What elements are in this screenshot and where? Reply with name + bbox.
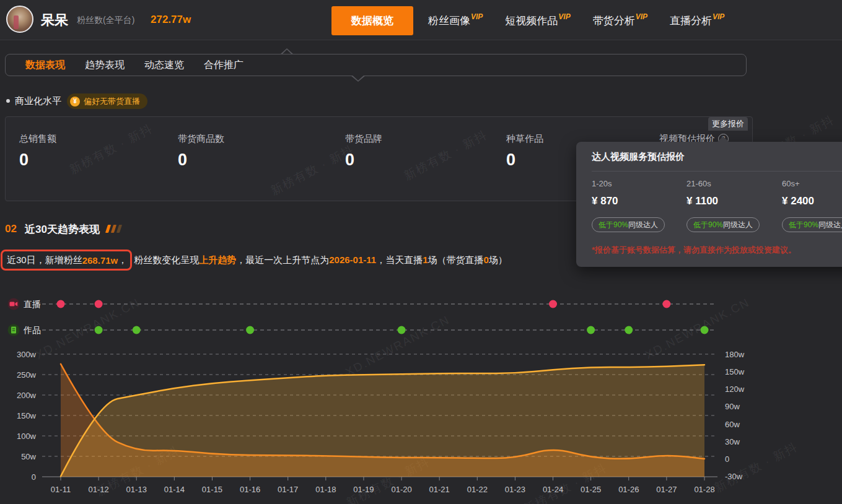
live-event-dot[interactable]: [549, 300, 557, 308]
x-axis-date-label: 01-28: [694, 485, 714, 494]
works-event-dot[interactable]: [95, 326, 103, 334]
price-duration: 1-20s: [592, 179, 612, 188]
badge-green-text: 低于90%: [599, 220, 628, 230]
price-duration: 60s+: [782, 179, 800, 188]
preference-badge: ¥ 偏好无带货直播: [67, 93, 147, 109]
sentence-rest: 粉丝数变化呈现上升趋势，最近一次上升节点为2026-01-11，当天直播1场（带…: [134, 254, 507, 266]
x-axis-date-label: 01-15: [202, 485, 222, 494]
price-value: ¥ 870: [592, 195, 618, 207]
peer-compare-badge: 低于90%同级达人: [686, 217, 760, 232]
sentence-text: 近30日，新增粉丝: [7, 254, 82, 266]
preference-badge-label: 偏好无带货直播: [84, 96, 140, 107]
works-icon-doc: [11, 327, 16, 334]
works-event-dot[interactable]: [133, 326, 141, 334]
subtab-dynamic-quickview[interactable]: 动态速览: [144, 59, 184, 72]
price-value: ¥ 2400: [782, 195, 814, 207]
x-axis-date-label: 01-26: [618, 485, 639, 494]
top-nav: 数据概览粉丝画像VIP短视频作品VIP带货分析VIP直播分析VIP: [331, 6, 747, 35]
works-event-dot[interactable]: [587, 326, 595, 334]
right-axis-tick: -30w: [725, 472, 743, 481]
section-mark: [116, 225, 122, 233]
works-event-dot[interactable]: [246, 326, 254, 334]
badge-green-text: 低于90%: [693, 220, 723, 230]
stat-label: 种草作品: [506, 133, 543, 145]
badge-rest-text: 同级达人: [628, 220, 658, 230]
tab-data-overview[interactable]: 数据概览: [331, 6, 413, 35]
sentence-text: 场）: [489, 254, 507, 265]
sentence-highlight: 上升趋势: [199, 254, 236, 265]
avatar[interactable]: [6, 6, 33, 33]
stat-col: 带货品牌0: [345, 133, 382, 170]
section-title: 近30天趋势表现: [25, 222, 100, 237]
subtab-trend-performance[interactable]: 趋势表现: [85, 59, 125, 72]
x-axis-date-label: 01-17: [278, 485, 298, 494]
series-area-粉丝数: [61, 365, 704, 477]
tooltip-divider: [592, 171, 842, 172]
page: 呆呆 粉丝数(全平台) 272.77w 数据概览粉丝画像VIP短视频作品VIP带…: [0, 0, 842, 504]
left-axis-tick: 200w: [17, 391, 37, 400]
live-event-dot[interactable]: [57, 300, 65, 308]
tab-fans-profile[interactable]: 粉丝画像VIP: [428, 14, 483, 28]
stat-col: 带货商品数0: [178, 133, 224, 170]
subtab-data-performance[interactable]: 数据表现: [25, 59, 65, 72]
more-quotes-button[interactable]: 更多报价: [708, 117, 748, 131]
badge-rest-text: 同级达人: [818, 220, 842, 230]
sentence-text: ，: [118, 254, 127, 266]
bullet-dot: [6, 99, 10, 103]
tooltip-caret: [717, 136, 729, 142]
sentence-text: 场（带货直播: [428, 254, 483, 265]
x-axis-date-label: 01-25: [581, 485, 601, 494]
stat-col: 总销售额0: [19, 133, 56, 170]
tab-label: 数据概览: [351, 14, 393, 28]
sentence-highlight: 0: [483, 254, 488, 265]
live-icon-camera: [10, 302, 15, 306]
stat-value: 0: [345, 150, 382, 170]
works-event-dot[interactable]: [398, 326, 406, 334]
works-event-dot[interactable]: [625, 326, 633, 334]
right-axis-tick: 120w: [725, 385, 745, 394]
vip-badge: VIP: [636, 12, 647, 21]
peer-compare-badge: 低于90%同级达人: [782, 217, 842, 232]
top-header: 呆呆 粉丝数(全平台) 272.77w 数据概览粉丝画像VIP短视频作品VIP带…: [0, 0, 842, 40]
stat-value: 0: [506, 150, 543, 170]
subtab-cooperation-promo[interactable]: 合作推广: [204, 59, 243, 72]
right-axis-tick: 30w: [725, 437, 740, 446]
tab-live-analysis[interactable]: 直播分析VIP: [670, 14, 724, 28]
tab-commerce-analysis[interactable]: 带货分析VIP: [593, 14, 647, 28]
timeline-label: 直播: [24, 299, 41, 309]
x-axis-date-label: 01-27: [656, 485, 677, 494]
x-axis-date-label: 01-12: [88, 485, 108, 494]
live-event-dot[interactable]: [662, 300, 670, 308]
tab-label: 粉丝画像: [428, 14, 470, 28]
x-axis-date-label: 01-24: [543, 485, 563, 494]
fans-count-label: 粉丝数(全平台): [77, 15, 134, 26]
fans-count-value: 272.77w: [151, 14, 191, 26]
left-axis-tick: 150w: [17, 411, 37, 420]
tab-label: 带货分析: [593, 14, 635, 28]
right-axis-tick: 0: [725, 454, 729, 464]
stat-label: 带货品牌: [345, 133, 382, 145]
peer-compare-badge: 低于90%同级达人: [592, 217, 665, 232]
works-event-dot[interactable]: [701, 326, 709, 334]
tooltip-disclaimer: *报价基于账号数据估算，请勿直接作为投放或投资建议。: [592, 245, 796, 256]
tab-label: 直播分析: [670, 14, 712, 28]
section-mark: [105, 225, 111, 233]
timeline-label: 作品: [23, 325, 41, 335]
live-event-dot[interactable]: [95, 300, 103, 308]
x-axis-date-label: 01-14: [164, 485, 185, 494]
sentence-text: ，最近一次上升节点为: [236, 254, 329, 265]
tooltip-title: 达人视频服务预估报价: [592, 151, 685, 163]
subnav: 数据表现趋势表现动态速览合作推广: [5, 54, 747, 76]
stat-label: 总销售额: [19, 133, 56, 145]
left-axis-tick: 0: [32, 472, 36, 482]
x-axis-date-label: 01-11: [51, 485, 71, 494]
x-axis-date-label: 01-23: [505, 485, 525, 494]
price-duration: 21-60s: [686, 179, 711, 188]
right-axis-tick: 180w: [725, 350, 745, 359]
tab-video-works[interactable]: 短视频作品VIP: [505, 14, 570, 28]
vip-badge: VIP: [471, 12, 483, 21]
highlight-red-box: 近30日，新增粉丝268.71w，: [1, 250, 132, 271]
x-axis-date-label: 01-22: [467, 485, 488, 494]
commerce-level-label: 商业化水平: [15, 95, 61, 107]
right-axis-tick: 90w: [725, 402, 740, 411]
